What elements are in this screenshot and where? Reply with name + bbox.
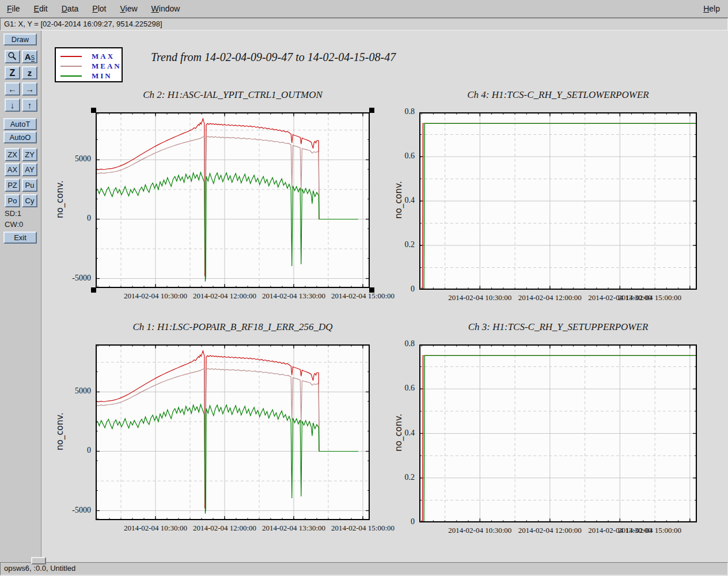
pz-button[interactable]: PZ: [5, 179, 20, 192]
x-tick-label: 2014-02-04 12:00:00: [184, 291, 265, 301]
legend-label: MEAN: [92, 62, 122, 71]
pan-up-button[interactable]: ↑: [22, 98, 37, 112]
left-arrow-icon: ←: [8, 84, 17, 94]
pan-right-button[interactable]: →: [22, 82, 37, 96]
legend-entry: MEAN: [56, 61, 122, 71]
chart-plot-area[interactable]: [96, 112, 370, 288]
menu-view[interactable]: View: [120, 4, 137, 13]
legend-line-swatch: [60, 75, 82, 77]
chart-title: Ch 3: H1:TCS-C_RH_Y_SETUPPERPOWER: [419, 321, 697, 333]
exit-button[interactable]: Exit: [3, 232, 37, 244]
y-tick-label: 0.6: [374, 384, 415, 393]
graph-select-handle[interactable]: [369, 287, 374, 293]
chart-title: Ch 2: H1:ASC-IAL_YPIT_CTRL1_OUTMON: [96, 89, 370, 101]
magnifier-icon: [7, 51, 17, 63]
legend-label: MAX: [92, 52, 115, 61]
autot-button[interactable]: AutoT: [3, 118, 37, 130]
zy-button[interactable]: ZY: [22, 148, 37, 161]
x-tick-label: 2014-02-04 15:00:00: [609, 293, 690, 302]
legend-box[interactable]: MAXMEANMIN: [55, 47, 123, 82]
plot-canvas: Trend from 14-02-04-09-09-47 to 14-02-04…: [41, 31, 728, 562]
autoscale-button[interactable]: AS: [22, 50, 37, 63]
draw-button[interactable]: Draw: [3, 33, 37, 46]
legend-entry: MAX: [56, 51, 122, 61]
chart-plot-area[interactable]: [96, 344, 370, 520]
right-arrow-icon: →: [25, 84, 34, 94]
left-toolbar: Draw AS Z z ← → ↓ ↑ AutoT AutoO ZX ZY AX…: [0, 31, 41, 562]
status-bar: opsws6, :0.0, Untitled: [0, 562, 728, 575]
zoom-out-label: z: [28, 68, 32, 78]
x-tick-label: 2014-02-04 10:30:00: [115, 524, 196, 533]
y-tick-label: 0: [374, 517, 415, 526]
x-tick-label: 2014-02-04 12:00:00: [510, 293, 590, 302]
y-axis-label: no_conv.: [393, 392, 404, 473]
graph-select-handle[interactable]: [91, 108, 96, 113]
y-tick-label: 0.2: [374, 240, 415, 249]
zoom-out-button[interactable]: z: [22, 66, 37, 79]
menu-file[interactable]: File: [7, 4, 20, 13]
y-tick-label: 0.8: [374, 339, 415, 348]
zoom-tool-button[interactable]: [5, 50, 20, 63]
x-tick-label: 2014-02-04 10:30:00: [439, 526, 520, 535]
menu-bar: File Edit Data Plot View Window Help: [0, 0, 728, 18]
sd-status-label: SD:1: [5, 209, 21, 218]
menu-window[interactable]: Window: [151, 4, 180, 13]
autoscale-s-label: S: [31, 55, 35, 62]
ax-button[interactable]: AX: [5, 163, 20, 176]
down-arrow-icon: ↓: [10, 100, 15, 110]
x-tick-label: 2014-02-04 10:30:00: [115, 291, 196, 301]
po-button[interactable]: Po: [5, 194, 20, 207]
autoo-button[interactable]: AutoO: [3, 131, 37, 143]
trend-range-title: Trend from 14-02-04-09-09-47 to 14-02-04…: [151, 51, 396, 64]
ay-button[interactable]: AY: [22, 163, 37, 176]
legend-entry: MIN: [56, 71, 122, 81]
pan-down-button[interactable]: ↓: [5, 98, 20, 112]
legend-label: MIN: [92, 71, 112, 81]
legend-line-swatch: [60, 66, 82, 67]
zx-button[interactable]: ZX: [5, 148, 20, 161]
y-axis-label: no_conv.: [55, 391, 65, 472]
graph-select-handle[interactable]: [369, 108, 374, 113]
zoom-in-label: Z: [10, 68, 16, 78]
y-axis-label: no_conv.: [393, 160, 404, 240]
pu-button[interactable]: Pu: [22, 179, 37, 192]
legend-line-swatch: [60, 56, 82, 57]
y-tick-label: -5000: [51, 506, 91, 515]
y-tick-label: 0: [374, 285, 415, 294]
menu-edit[interactable]: Edit: [34, 4, 48, 13]
x-tick-label: 2014-02-04 12:00:00: [184, 524, 265, 533]
x-tick-label: 2014-02-04 12:00:00: [510, 526, 590, 535]
autoscale-a-label: A: [25, 52, 31, 62]
menu-data[interactable]: Data: [62, 4, 79, 13]
graph-select-handle[interactable]: [91, 287, 96, 293]
menu-plot[interactable]: Plot: [92, 4, 106, 13]
menu-help[interactable]: Help: [703, 4, 720, 13]
cy-button[interactable]: Cy: [22, 194, 37, 207]
zoom-in-button[interactable]: Z: [5, 66, 20, 79]
pane-sash-grip[interactable]: [31, 557, 46, 564]
y-tick-label: 0.8: [374, 107, 415, 116]
locator-readout: G1: X, Y = [02-04-2014 16:09:27, 9514.22…: [0, 18, 728, 31]
y-tick-label: 0.2: [374, 473, 415, 482]
dataviewer-window: File Edit Data Plot View Window Help G1:…: [0, 0, 728, 576]
chart-plot-area[interactable]: [419, 344, 697, 522]
chart-title: Ch 1: H1:LSC-POPAIR_B_RF18_I_ERR_256_DQ: [96, 321, 370, 333]
x-tick-label: 2014-02-04 13:30:00: [253, 524, 334, 533]
x-tick-label: 2014-02-04 15:00:00: [609, 526, 690, 535]
cw-status-label: CW:0: [5, 220, 23, 229]
y-axis-label: no_conv.: [55, 159, 65, 240]
up-arrow-icon: ↑: [28, 100, 32, 110]
x-tick-label: 2014-02-04 13:30:00: [253, 291, 334, 301]
pan-left-button[interactable]: ←: [5, 82, 20, 96]
chart-plot-area[interactable]: [419, 112, 697, 290]
y-tick-label: -5000: [51, 274, 91, 283]
x-tick-label: 2014-02-04 10:30:00: [439, 293, 520, 302]
chart-title: Ch 4: H1:TCS-C_RH_Y_SETLOWERPOWER: [419, 89, 697, 101]
